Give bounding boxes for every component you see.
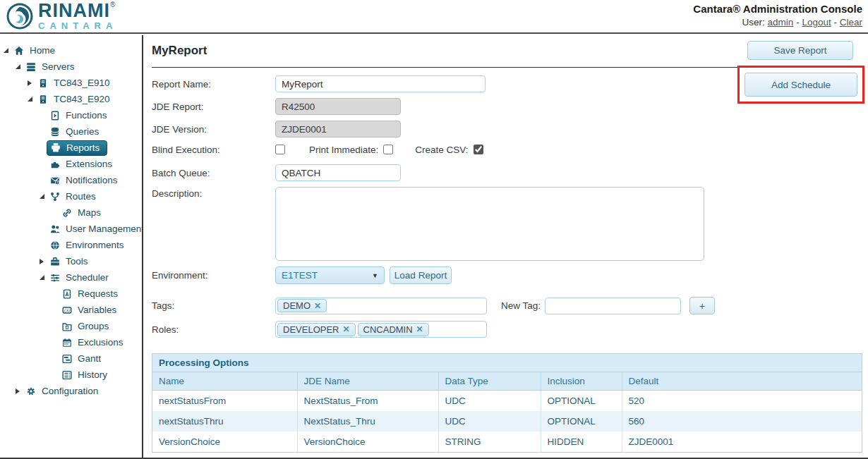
environment-selected-value: E1TEST	[282, 270, 318, 281]
table-cell: OPTIONAL	[541, 391, 622, 412]
print-immediate-checkbox[interactable]	[383, 145, 393, 154]
tree-expander-icon[interactable]	[16, 63, 25, 71]
environment-select[interactable]: E1TEST ▼	[275, 267, 385, 284]
link-icon	[61, 207, 73, 218]
sidebar-item-groups[interactable]: Groups	[0, 318, 142, 334]
tree-expander-icon[interactable]	[40, 258, 49, 265]
load-report-button[interactable]: Load Report	[390, 267, 452, 284]
save-report-button[interactable]: Save Report	[747, 41, 853, 60]
table-row[interactable]: VersionChoiceVersionChoiceSTRINGHIDDENZJ…	[152, 432, 862, 452]
role-chip-label: CNCADMIN	[363, 324, 413, 335]
tree-expander-icon[interactable]	[28, 96, 37, 103]
sidebar-item-label: Maps	[76, 207, 103, 219]
sidebar-item-label: Groups	[76, 320, 111, 332]
tree-spacer	[52, 209, 61, 216]
table-cell: 520	[622, 391, 862, 412]
sidebar-item-user-management[interactable]: User Management	[0, 221, 142, 237]
sidebar-item-label: Servers	[40, 61, 77, 73]
sidebar-item-label: Extensions	[64, 158, 114, 170]
tree-spacer	[52, 372, 61, 379]
sidebar-item-label: History	[76, 369, 109, 381]
user-name-link[interactable]: admin	[768, 17, 794, 27]
sidebar-item-reports[interactable]: Reports	[0, 140, 142, 156]
routes-icon	[49, 191, 61, 202]
tags-chip-container[interactable]: DEMO✕	[275, 298, 487, 314]
reports-icon	[49, 142, 61, 153]
sidebar-item-tools[interactable]: Tools	[0, 253, 142, 269]
sidebar-item-history[interactable]: History	[0, 367, 142, 383]
rinami-logo-icon	[6, 2, 34, 30]
sidebar-item-gantt[interactable]: Gantt	[0, 350, 142, 367]
processing-options-table: NameJDE NameData TypeInclusionDefault ne…	[152, 372, 862, 452]
servers-icon	[25, 61, 37, 72]
sidebar-item-functions[interactable]: Functions	[0, 107, 142, 123]
report-name-input[interactable]	[275, 75, 486, 92]
new-tag-input[interactable]	[545, 298, 681, 314]
calendar-icon	[61, 337, 73, 348]
user-label: User:	[742, 17, 765, 27]
sidebar-item-notifications[interactable]: Notifications	[0, 172, 142, 188]
tree-expander-icon[interactable]	[16, 388, 25, 395]
create-csv-checkbox[interactable]	[474, 145, 483, 154]
chevron-down-icon: ▼	[372, 272, 378, 279]
gear-icon	[25, 386, 37, 396]
sidebar-item-tc843-e910[interactable]: TC843_E910	[0, 75, 142, 91]
sidebar-item-requests[interactable]: Requests	[0, 286, 142, 302]
sidebar-item-home[interactable]: Home	[0, 42, 142, 59]
sidebar-item-label: Tools	[64, 255, 90, 267]
table-row[interactable]: nextStatusFromNextStatus_FromUDCOPTIONAL…	[152, 391, 862, 412]
print-immediate-label: Print Immediate:	[309, 145, 378, 155]
table-row[interactable]: nextStatusThruNextStatus_ThruUDCOPTIONAL…	[152, 411, 862, 432]
sidebar-item-scheduler[interactable]: Scheduler	[0, 269, 142, 286]
processing-options-title: Processing Options	[152, 354, 862, 372]
table-cell: VersionChoice	[297, 432, 438, 452]
tags-label: Tags:	[152, 300, 275, 311]
table-cell: NextStatus_From	[297, 391, 438, 412]
home-icon	[13, 45, 25, 56]
remove-chip-icon[interactable]: ✕	[416, 324, 423, 334]
sidebar-item-servers[interactable]: Servers	[0, 59, 142, 75]
sidebar-item-tc843-e920[interactable]: TC843_E920	[0, 91, 142, 107]
sidebar-item-variables[interactable]: (x)Variables	[0, 302, 142, 318]
sidebar-item-maps[interactable]: Maps	[0, 204, 142, 221]
logo-registered-mark: ®	[110, 1, 115, 8]
blind-execution-checkbox[interactable]	[275, 145, 285, 154]
sidebar-item-label: Variables	[76, 304, 119, 316]
sidebar-item-extensions[interactable]: Extensions	[0, 156, 142, 172]
new-tag-label: New Tag:	[501, 300, 545, 311]
sidebar-item-label: Environments	[64, 239, 126, 251]
tree-spacer	[52, 323, 61, 330]
sidebar-item-configuration[interactable]: Configuration	[0, 383, 142, 399]
sidebar-item-queries[interactable]: Queries	[0, 123, 142, 140]
add-tag-button[interactable]: +	[689, 297, 715, 314]
role-chip-label: DEVELOPER	[283, 324, 339, 335]
batch-queue-label: Batch Queue:	[152, 168, 275, 178]
sidebar-item-environments[interactable]: Environments	[0, 237, 142, 253]
column-header: Name	[152, 372, 297, 391]
roles-chip-container[interactable]: DEVELOPER✕CNCADMIN✕	[275, 321, 487, 338]
add-schedule-button[interactable]: Add Schedule	[745, 73, 857, 97]
remove-chip-icon[interactable]: ✕	[342, 324, 349, 334]
remove-chip-icon[interactable]: ✕	[314, 301, 321, 311]
tree-expander-icon[interactable]	[40, 274, 49, 281]
list-icon	[61, 369, 73, 380]
tree-expander-icon[interactable]	[28, 80, 37, 87]
logout-link[interactable]: Logout	[802, 17, 831, 27]
sidebar-item-label: Queries	[64, 126, 101, 137]
navigation-tree: HomeServersTC843_E910TC843_E920Functions…	[0, 35, 143, 459]
sidebar-item-routes[interactable]: Routes	[0, 188, 142, 204]
tree-expander-icon[interactable]	[4, 47, 13, 54]
report-name-label: Report Name:	[152, 79, 275, 90]
tree-spacer	[52, 290, 61, 298]
extensions-icon	[49, 159, 61, 169]
notifications-icon	[49, 175, 61, 185]
gantt-icon	[61, 353, 73, 364]
tree-spacer	[52, 339, 61, 346]
batch-queue-input[interactable]	[275, 164, 401, 181]
separator: -	[833, 17, 837, 27]
sidebar-item-exclusions[interactable]: Exclusions	[0, 334, 142, 350]
description-textarea[interactable]	[275, 187, 704, 261]
tree-expander-icon[interactable]	[40, 193, 49, 200]
sidebar-item-label: Notifications	[64, 174, 120, 186]
clear-link[interactable]: Clear	[840, 17, 862, 27]
